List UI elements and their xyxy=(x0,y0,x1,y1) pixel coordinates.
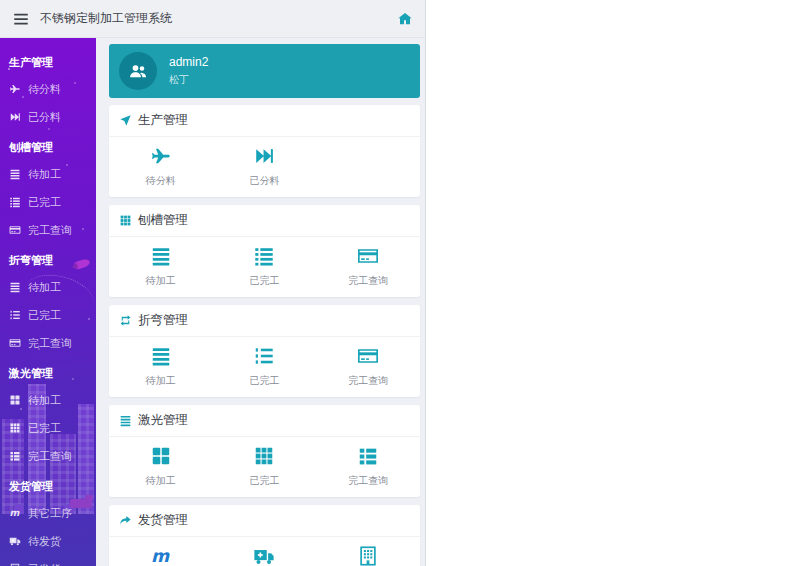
sidebar-section-label: 刨槽管理 xyxy=(0,131,96,160)
sidebar-item-label: 待发货 xyxy=(28,534,61,549)
user-card[interactable]: admin2 松丁 xyxy=(109,44,420,98)
card-header: 发货管理 xyxy=(109,505,420,537)
sidebar-item-label: 完工查询 xyxy=(28,336,72,351)
module-entry-label: 待分料 xyxy=(146,174,176,188)
lines-icon xyxy=(150,245,172,267)
module-entry[interactable]: 完工查询 xyxy=(316,245,420,288)
grid3-icon xyxy=(253,445,275,467)
avatar xyxy=(119,52,157,90)
sidebar-item-label: 完工查询 xyxy=(28,223,72,238)
card-title: 折弯管理 xyxy=(138,312,188,329)
module-entry-label: 完工查询 xyxy=(348,274,388,288)
sidebar-item-label: 已完工 xyxy=(28,308,61,323)
list-icon xyxy=(253,245,275,267)
module-entry[interactable]: 待发货 xyxy=(213,545,317,566)
card-icon xyxy=(357,345,379,367)
list-icon xyxy=(9,196,21,208)
module-entry[interactable]: 已发货 xyxy=(316,545,420,566)
sidebar-item[interactable]: 完工查询 xyxy=(0,329,96,357)
card-title: 发货管理 xyxy=(138,512,188,529)
sidebar-item-label: 已发货 xyxy=(28,562,61,566)
card-grid: 待加工已完工完工查询 xyxy=(109,437,420,497)
module-entry-label: 已完工 xyxy=(249,274,279,288)
module-entry-label: 待加工 xyxy=(146,474,176,488)
module-entry[interactable]: 待加工 xyxy=(109,245,213,288)
sidebar-item[interactable]: 已分料 xyxy=(0,103,96,131)
card-header: 生产管理 xyxy=(109,105,420,137)
module-entry-label: 已完工 xyxy=(249,474,279,488)
grid3-icon xyxy=(119,214,132,227)
card-icon xyxy=(9,337,21,349)
card-header: 折弯管理 xyxy=(109,305,420,337)
card-header: 刨槽管理 xyxy=(109,205,420,237)
sidebar-item-label: 待加工 xyxy=(28,167,61,182)
list-rows-icon xyxy=(9,450,21,462)
sidebar-section-label: 生产管理 xyxy=(0,46,96,75)
card-icon xyxy=(9,224,21,236)
sidebar-item[interactable]: 待分料 xyxy=(0,75,96,103)
top-bar: 不锈钢定制加工管理系统 xyxy=(0,0,425,38)
sidebar-item[interactable]: 已完工 xyxy=(0,188,96,216)
menu-icon[interactable] xyxy=(12,10,30,28)
card-header: 激光管理 xyxy=(109,405,420,437)
sidebar-item[interactable]: 待加工 xyxy=(0,273,96,301)
module-entry-label: 完工查询 xyxy=(348,374,388,388)
grid2-icon xyxy=(9,394,21,406)
sidebar-item[interactable]: 待发货 xyxy=(0,527,96,555)
building-icon xyxy=(357,545,379,566)
sidebar-item[interactable]: 已发货 xyxy=(0,555,96,566)
module-card: 发货管理m其它工序待发货已发货 xyxy=(109,505,420,566)
sidebar-section-label: 折弯管理 xyxy=(0,244,96,273)
sidebar-item[interactable]: m其它工序 xyxy=(0,499,96,527)
card-grid: 待分料已分料 xyxy=(109,137,420,197)
svg-text:m: m xyxy=(10,507,21,518)
sidebar-item[interactable]: 待加工 xyxy=(0,386,96,414)
module-entry[interactable]: m其它工序 xyxy=(109,545,213,566)
sidebar-item[interactable]: 待加工 xyxy=(0,160,96,188)
ordered-list-icon xyxy=(9,309,21,321)
sidebar-item-label: 已完工 xyxy=(28,195,61,210)
module-entry[interactable]: 已完工 xyxy=(213,245,317,288)
module-entry[interactable]: 待分料 xyxy=(109,145,213,188)
sidebar-section-label: 激光管理 xyxy=(0,357,96,386)
module-entry[interactable]: 待加工 xyxy=(109,345,213,388)
plane-icon xyxy=(150,145,172,167)
module-entry[interactable]: 已完工 xyxy=(213,345,317,388)
sidebar: 生产管理待分料已分料刨槽管理待加工已完工完工查询折弯管理待加工已完工完工查询激光… xyxy=(0,38,96,566)
m-letter-icon: m xyxy=(9,507,21,519)
sidebar-item[interactable]: 完工查询 xyxy=(0,216,96,244)
grid3-icon xyxy=(9,422,21,434)
send-icon xyxy=(119,114,132,127)
module-entry[interactable]: 完工查询 xyxy=(316,345,420,388)
share-icon xyxy=(119,514,132,527)
sidebar-item[interactable]: 已完工 xyxy=(0,301,96,329)
module-card: 生产管理待分料已分料 xyxy=(109,105,420,197)
user-subtitle: 松丁 xyxy=(169,73,208,87)
sidebar-item-label: 待加工 xyxy=(28,280,61,295)
card-title: 激光管理 xyxy=(138,412,188,429)
sidebar-item-label: 待加工 xyxy=(28,393,61,408)
home-icon[interactable] xyxy=(397,11,413,27)
sidebar-item[interactable]: 完工查询 xyxy=(0,442,96,470)
truck-icon xyxy=(253,545,275,566)
module-entry[interactable]: 已完工 xyxy=(213,445,317,488)
module-entry[interactable]: 完工查询 xyxy=(316,445,420,488)
section-cards: 生产管理待分料已分料刨槽管理待加工已完工完工查询折弯管理待加工已完工完工查询激光… xyxy=(109,105,420,566)
forward-icon xyxy=(253,145,275,167)
module-card: 激光管理待加工已完工完工查询 xyxy=(109,405,420,497)
card-icon xyxy=(357,245,379,267)
module-entry-label: 待加工 xyxy=(146,274,176,288)
module-entry[interactable]: 已分料 xyxy=(213,145,317,188)
module-entry[interactable]: 待加工 xyxy=(109,445,213,488)
lines-icon xyxy=(9,281,21,293)
sidebar-item-label: 其它工序 xyxy=(28,506,72,521)
sidebar-item-label: 待分料 xyxy=(28,82,61,97)
card-title: 生产管理 xyxy=(138,112,188,129)
sidebar-section-label: 发货管理 xyxy=(0,470,96,499)
sidebar-item-label: 已分料 xyxy=(28,110,61,125)
card-grid: 待加工已完工完工查询 xyxy=(109,337,420,397)
list-rows-icon xyxy=(357,445,379,467)
sidebar-item[interactable]: 已完工 xyxy=(0,414,96,442)
m-letter-icon: m xyxy=(150,545,172,566)
sidebar-item-label: 完工查询 xyxy=(28,449,72,464)
